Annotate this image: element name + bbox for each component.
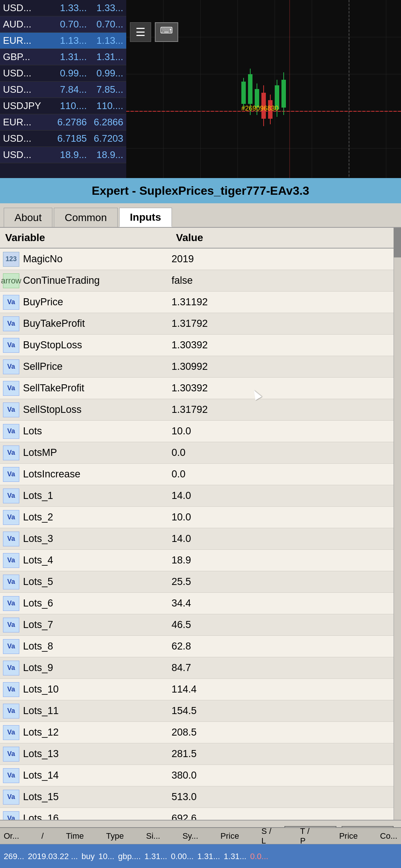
hamburger-button[interactable]: ☰ [130, 22, 151, 42]
table-row[interactable]: Va LotsIncrease 0.0 [0, 464, 401, 485]
row-value: 1.30992 [172, 361, 398, 372]
table-row[interactable]: Va SellStopLoss 1.31792 [0, 399, 401, 421]
table-row[interactable]: Va Lots_11 154.5 [0, 700, 401, 722]
svg-rect-17 [248, 74, 252, 104]
market-price2: 0.99... [87, 68, 123, 79]
table-row[interactable]: arrow ConTinueTrading false [0, 270, 401, 292]
market-name: AUD... [3, 19, 50, 30]
table-row[interactable]: Va Lots_8 62.8 [0, 636, 401, 657]
table-row[interactable]: Va Lots_12 208.5 [0, 722, 401, 743]
row-name: SellTakeProfit [23, 382, 172, 394]
market-row[interactable]: EUR... 6.2786 6.2866 [0, 114, 126, 131]
tab-about[interactable]: About [4, 208, 52, 227]
row-name: LotsMP [23, 447, 172, 458]
row-value: 14.0 [172, 533, 398, 545]
taskbar-col-header: Or... [4, 831, 19, 841]
row-value: 46.5 [172, 619, 398, 631]
market-price2: 110.... [87, 100, 123, 112]
row-icon: Va [3, 467, 19, 482]
row-value: 1.30392 [172, 382, 398, 394]
table-row[interactable]: Va Lots_15 513.0 [0, 786, 401, 808]
tab-common[interactable]: Common [54, 208, 118, 227]
keyboard-icon: ⌨ [160, 25, 173, 35]
table-row[interactable]: Va Lots_2 10.0 [0, 507, 401, 528]
market-name: USDJPY [3, 100, 50, 112]
table-row[interactable]: Va BuyTakeProfit 1.31792 [0, 313, 401, 335]
row-value: 513.0 [172, 791, 398, 803]
market-row[interactable]: USD... 1.33... 1.33... [0, 0, 126, 16]
taskbar-cell: 0.0... [250, 852, 268, 861]
row-icon: Va [3, 381, 19, 396]
table-row[interactable]: Va Lots_4 18.9 [0, 550, 401, 571]
row-value: 2019 [172, 253, 398, 265]
row-icon: Va [3, 618, 19, 632]
market-name: USD... [3, 84, 50, 95]
market-row[interactable]: EUR... 1.13... 1.13... [0, 33, 126, 49]
market-row[interactable]: USD... 0.99... 0.99... [0, 65, 126, 82]
tab-inputs[interactable]: Inputs [119, 208, 172, 227]
table-row[interactable]: Va Lots 10.0 [0, 421, 401, 442]
scrollbar[interactable] [394, 228, 401, 829]
market-row[interactable]: AUD... 0.70... 0.70... [0, 16, 126, 33]
market-price2: 7.85... [87, 84, 123, 95]
table-row[interactable]: Va Lots_7 46.5 [0, 614, 401, 636]
table-row[interactable]: Va Lots_9 84.7 [0, 657, 401, 679]
tab-bar: AboutCommonInputs [0, 203, 401, 228]
taskbar-cell: 1.31... [144, 852, 167, 861]
taskbar-header: Or.../TimeTypeSi...Sy...PriceS / LT / PP… [0, 828, 401, 844]
market-price1: 6.7185 [50, 133, 87, 144]
row-name: Lots_10 [23, 684, 172, 695]
market-price2: 1.13... [87, 35, 123, 46]
table-row[interactable]: 123 MagicNo 2019 [0, 249, 401, 270]
table-row[interactable]: Va Lots_1 14.0 [0, 485, 401, 507]
table-row[interactable]: Va LotsMP 0.0 [0, 442, 401, 464]
row-name: Lots_15 [23, 791, 172, 803]
taskbar-col-header: Price [339, 831, 358, 841]
table-row[interactable]: Va SellPrice 1.30992 [0, 356, 401, 378]
row-value: false [172, 275, 398, 286]
svg-rect-32 [281, 80, 286, 108]
taskbar-cell: 10... [98, 852, 114, 861]
table-row[interactable]: Va Lots_3 14.0 [0, 528, 401, 550]
table-row[interactable]: Va Lots_5 25.5 [0, 571, 401, 593]
market-row[interactable]: GBP... 1.31... 1.31... [0, 49, 126, 65]
table-row[interactable]: Va Lots_13 281.5 [0, 743, 401, 765]
table-row[interactable]: Va BuyPrice 1.31192 [0, 292, 401, 313]
table-row[interactable]: Va Lots_6 34.4 [0, 593, 401, 614]
table-row[interactable]: Va Lots_10 114.4 [0, 679, 401, 700]
row-icon: Va [3, 445, 19, 460]
row-icon: Va [3, 790, 19, 805]
row-value: 34.4 [172, 598, 398, 609]
market-row[interactable]: USD... 18.9... 18.9... [0, 147, 126, 163]
taskbar-cell: gbp.... [118, 852, 141, 861]
market-price1: 0.70... [50, 19, 87, 30]
scroll-thumb[interactable] [394, 228, 401, 257]
row-icon: Va [3, 532, 19, 546]
taskbar-cell: buy [82, 852, 95, 861]
taskbar-col-header: Time [66, 831, 84, 841]
row-value: 25.5 [172, 576, 398, 588]
table-body: 123 MagicNo 2019 arrow ConTinueTrading f… [0, 249, 401, 829]
row-value: 84.7 [172, 662, 398, 674]
row-icon: Va [3, 553, 19, 568]
market-price1: 6.2786 [50, 116, 87, 128]
market-price1: 7.84... [50, 84, 87, 95]
market-name: GBP... [3, 51, 50, 63]
market-price1: 18.9... [50, 149, 87, 161]
row-value: 154.5 [172, 705, 398, 717]
keyboard-button[interactable]: ⌨ [155, 22, 178, 42]
dialog-content: Variable Value 123 MagicNo 2019 arrow Co… [0, 228, 401, 829]
row-name: Lots_5 [23, 576, 172, 588]
table-row[interactable]: Va BuyStopLoss 1.30392 [0, 335, 401, 356]
market-row[interactable]: USD... 6.7185 6.7203 [0, 131, 126, 147]
table-row[interactable]: Va SellTakeProfit 1.30392 [0, 378, 401, 399]
table-row[interactable]: Va Lots_14 380.0 [0, 765, 401, 786]
row-name: Lots_8 [23, 641, 172, 652]
row-value: 18.9 [172, 555, 398, 566]
row-value: 281.5 [172, 748, 398, 760]
market-row[interactable]: USDJPY 110.... 110.... [0, 98, 126, 114]
taskbar-col-header: Co... [380, 831, 397, 841]
row-name: Lots_11 [23, 705, 172, 717]
row-value: 0.0 [172, 468, 398, 480]
market-row[interactable]: USD... 7.84... 7.85... [0, 82, 126, 98]
